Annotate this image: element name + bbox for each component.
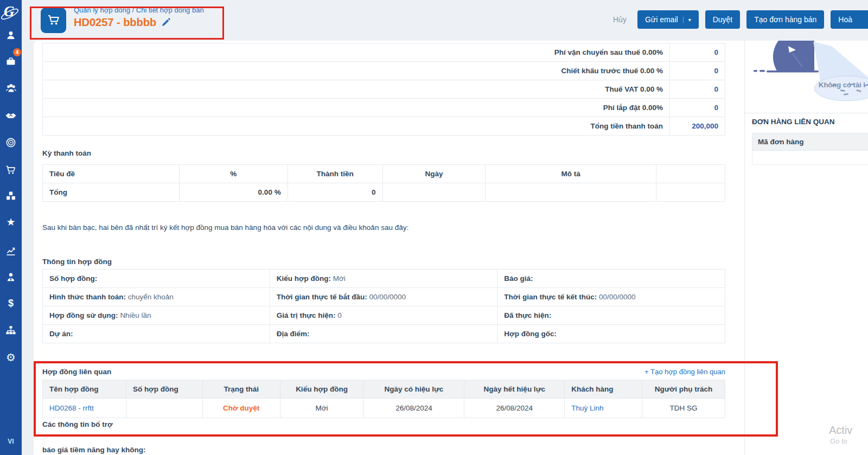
table-row: HD0268 - rrftt Chờ duyệt Mới 26/08/2024 … bbox=[43, 399, 725, 418]
col-contract-type: Kiểu hợp đồng bbox=[280, 380, 363, 399]
totals-table: Phí vận chuyển sau thuế 0.00%0 Chiết khấ… bbox=[42, 43, 725, 136]
table-row: Số hợp đồng: Kiểu hợp đồng: Mới Báo giá: bbox=[43, 270, 725, 288]
related-contract-link[interactable]: HD0268 - rrftt bbox=[49, 404, 94, 412]
table-row: Tổng 0.00 % 0 bbox=[43, 183, 725, 202]
info-label: Thời gian thực tế kết thúc: bbox=[504, 293, 597, 301]
dollar-icon: $ bbox=[8, 298, 14, 308]
language-switcher[interactable]: VI bbox=[0, 438, 22, 445]
info-value: Nhiều lần bbox=[120, 311, 151, 319]
info-value: chuyển khoản bbox=[128, 293, 174, 301]
info-label: Báo giá: bbox=[504, 274, 533, 283]
related-contract-type: Mới bbox=[280, 399, 363, 418]
col-title: Tiêu đề bbox=[43, 165, 180, 183]
status-badge: Chờ duyệt bbox=[223, 404, 259, 412]
table-row: Thuế VAT 0.00 %0 bbox=[43, 80, 725, 99]
info-value: 0 bbox=[337, 311, 342, 319]
handshake-icon bbox=[5, 110, 17, 121]
grand-total-value: 200,000 bbox=[670, 117, 725, 136]
create-related-contract-link[interactable]: + Tạo hợp đồng liên quan bbox=[644, 368, 725, 376]
complete-label: Hoà bbox=[838, 15, 852, 24]
table-row: Hình thức thanh toán: chuyển khoản Thời … bbox=[43, 288, 725, 306]
table-header-row: Mã đơn hàng bbox=[752, 133, 868, 151]
contract-info-table: Số hợp đồng: Kiểu hợp đồng: Mới Báo giá:… bbox=[42, 269, 725, 343]
approve-button[interactable]: Duyệt bbox=[705, 10, 741, 29]
sidebar-item-settings[interactable]: ⚙ bbox=[0, 348, 22, 367]
col-amount: Thành tiền bbox=[288, 165, 382, 183]
related-orders-title: ĐƠN HÀNG LIÊN QUAN bbox=[752, 118, 835, 126]
sitemap-icon bbox=[5, 325, 16, 336]
payment-total-label: Tổng bbox=[43, 183, 180, 202]
page-title: HD0257 - bbbbb bbox=[74, 16, 156, 29]
payment-empty bbox=[656, 183, 725, 202]
totals-label: Chiết khấu trước thuế 0.00 % bbox=[43, 62, 670, 80]
cancel-button[interactable]: Hủy bbox=[613, 15, 627, 24]
user-tie-icon bbox=[5, 272, 16, 283]
info-cell: Địa điểm: bbox=[270, 325, 497, 343]
info-cell: Hợp đồng sử dụng: Nhiều lần bbox=[43, 306, 270, 325]
totals-label: Tổng tiền thanh toán bbox=[43, 117, 670, 136]
related-owner: TDH SG bbox=[642, 399, 725, 418]
sidebar-item-reports[interactable] bbox=[0, 242, 22, 260]
sidebar-item-contacts[interactable] bbox=[0, 26, 22, 44]
contract-info-title: Thông tin hợp đồng bbox=[42, 258, 112, 266]
info-cell: Số hợp đồng: bbox=[43, 270, 270, 288]
create-sales-order-button[interactable]: Tạo đơn hàng bán bbox=[746, 10, 824, 29]
chart-line-icon bbox=[5, 246, 16, 257]
sidebar-item-work[interactable]: 4 bbox=[0, 52, 22, 71]
sidebar-item-organization[interactable] bbox=[0, 321, 22, 339]
totals-value: 0 bbox=[670, 99, 725, 117]
info-label: Đã thực hiện: bbox=[504, 311, 551, 319]
empty-order-cell bbox=[752, 151, 868, 165]
complete-button[interactable]: Hoà bbox=[831, 10, 868, 29]
related-contracts-title: Hợp đồng liên quan bbox=[42, 368, 111, 376]
edit-title-button[interactable] bbox=[161, 18, 170, 27]
right-panel: Không có tài l ĐƠN HÀNG LIÊN QUAN Mã đơn… bbox=[744, 41, 868, 455]
empty-state-caption: Không có tài l bbox=[819, 81, 865, 89]
customer-link[interactable]: Thuỳ Linh bbox=[571, 404, 603, 412]
table-row: Dự án: Địa điểm: Hợp đồng gốc: bbox=[43, 325, 725, 343]
info-cell: Giá trị thực hiện: 0 bbox=[270, 306, 497, 325]
gear-icon: ⚙ bbox=[6, 352, 16, 363]
breadcrumb[interactable]: Quản lý hợp đồng / Chi tiết hợp đồng bán bbox=[74, 6, 204, 14]
star-icon: ★ bbox=[6, 217, 15, 227]
extra-info-title: Các thông tin bổ trợ bbox=[42, 420, 113, 428]
col-empty bbox=[656, 165, 725, 183]
totals-value: 0 bbox=[670, 62, 725, 80]
sidebar-item-targets[interactable] bbox=[0, 133, 22, 152]
sidebar-item-sales[interactable] bbox=[0, 161, 22, 179]
info-label: Dự án: bbox=[49, 330, 73, 338]
potential-quote-question: báo giá tiềm năng hay không: bbox=[42, 446, 146, 454]
users-icon bbox=[5, 82, 17, 93]
cubes-icon bbox=[5, 190, 16, 201]
table-row: Chiết khấu trước thuế 0.00 %0 bbox=[43, 62, 725, 80]
payment-desc bbox=[486, 183, 656, 202]
table-header-row: Tiêu đề % Thành tiền Ngày Mô tả bbox=[43, 165, 725, 183]
col-description: Mô tả bbox=[486, 165, 656, 183]
activation-watermark-line1: Activ bbox=[829, 424, 852, 437]
related-contract-number bbox=[126, 399, 202, 418]
chevron-down-icon[interactable]: ▾ bbox=[683, 17, 691, 23]
sidebar-item-favorites[interactable]: ★ bbox=[0, 213, 22, 231]
sidebar-item-deals[interactable] bbox=[0, 106, 22, 125]
totals-label: Phí lắp đặt 0.00% bbox=[43, 99, 670, 117]
related-effective-date: 26/08/2024 bbox=[363, 399, 464, 418]
sidebar-item-products[interactable] bbox=[0, 187, 22, 205]
contract-module-button[interactable] bbox=[41, 8, 66, 33]
col-contract-name: Tên hợp đồng bbox=[43, 380, 126, 399]
info-cell: Báo giá: bbox=[497, 270, 725, 288]
sidebar-item-customers[interactable] bbox=[0, 79, 22, 97]
logo-orbit-icon bbox=[0, 4, 23, 26]
sidebar-item-hr[interactable] bbox=[0, 268, 22, 286]
payment-section-title: Kỳ thanh toán bbox=[42, 149, 91, 157]
info-label: Số hợp đồng: bbox=[49, 274, 97, 283]
send-email-button[interactable]: Gửi email ▾ bbox=[637, 10, 699, 29]
target-icon bbox=[5, 137, 16, 148]
sidebar-item-finance[interactable]: $ bbox=[0, 294, 22, 312]
info-label: Thời gian thực tế bắt đầu: bbox=[277, 293, 367, 301]
page-header: Quản lý hợp đồng / Chi tiết hợp đồng bán… bbox=[22, 0, 868, 41]
cart-icon bbox=[47, 14, 60, 27]
info-cell: Đã thực hiện: bbox=[497, 306, 725, 325]
table-row bbox=[752, 151, 868, 165]
payment-amount: 0 bbox=[288, 183, 382, 202]
payment-date bbox=[382, 183, 486, 202]
